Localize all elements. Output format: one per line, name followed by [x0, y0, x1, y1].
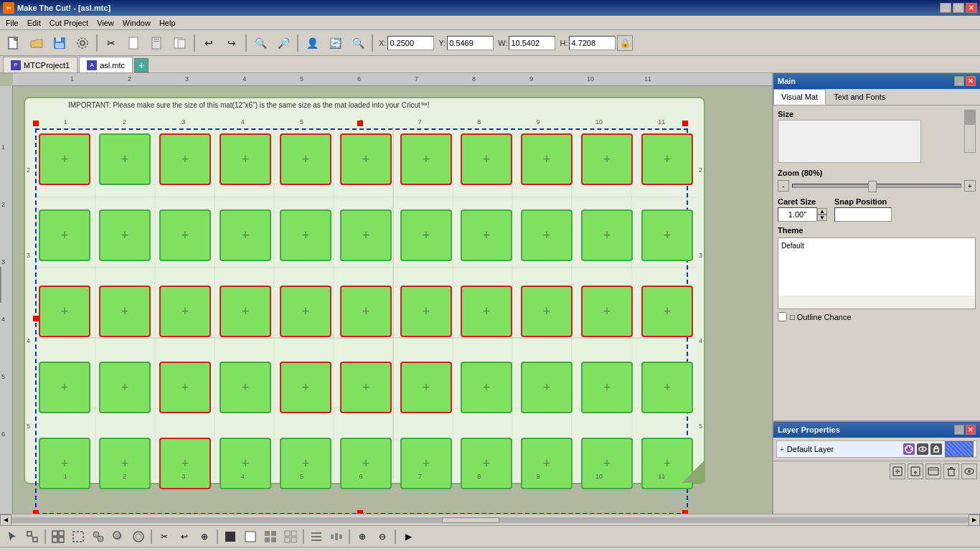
scroll-right-btn[interactable]: ▶	[969, 514, 980, 526]
green-shape[interactable]	[280, 286, 331, 337]
green-shape[interactable]	[159, 133, 211, 185]
green-shape[interactable]	[220, 362, 271, 413]
scroll-track[interactable]	[11, 517, 969, 523]
outline-chance-checkbox[interactable]	[778, 312, 787, 321]
tool-undo2[interactable]: ↩	[175, 528, 194, 545]
tool-contour[interactable]	[129, 528, 148, 545]
tool-distribute[interactable]	[327, 528, 346, 545]
layer-minimize-btn[interactable]: _	[954, 425, 964, 435]
open-button[interactable]	[26, 33, 47, 53]
caret-size-input[interactable]	[778, 207, 817, 222]
maximize-button[interactable]: □	[953, 3, 964, 13]
green-shape[interactable]	[461, 438, 512, 489]
tool-fill-light[interactable]	[241, 528, 260, 545]
green-shape[interactable]	[461, 362, 512, 413]
green-shape[interactable]	[581, 133, 633, 185]
green-shape[interactable]	[99, 133, 151, 185]
layer-add-btn[interactable]	[890, 463, 905, 479]
green-shape[interactable]	[461, 286, 512, 337]
tab-visual-mat[interactable]: Visual Mat	[773, 89, 826, 105]
green-shape[interactable]	[641, 362, 693, 413]
green-shape[interactable]	[641, 209, 693, 261]
tab-asl-mtc[interactable]: A asl.mtc	[79, 57, 133, 72]
green-shape[interactable]	[581, 209, 633, 261]
tool-zoom-out2[interactable]: ⊖	[373, 528, 392, 545]
green-shape[interactable]	[159, 438, 211, 489]
green-shape[interactable]	[521, 362, 573, 413]
tool-plus[interactable]: ⊕	[195, 528, 214, 545]
size-scrollbar[interactable]	[964, 110, 976, 153]
green-shape[interactable]	[400, 362, 452, 413]
panel-minimize-btn[interactable]: _	[954, 76, 964, 86]
menu-window[interactable]: Window	[118, 17, 155, 29]
green-shape[interactable]	[39, 133, 90, 185]
green-shape[interactable]	[581, 286, 633, 337]
handle-bottom-right[interactable]	[682, 510, 688, 514]
green-shape[interactable]	[521, 286, 573, 337]
redo-button[interactable]: ↪	[221, 33, 242, 53]
green-shape[interactable]	[280, 133, 331, 185]
zoom-out-button[interactable]: 🔎	[273, 33, 294, 53]
green-shape[interactable]	[521, 209, 573, 261]
x-input[interactable]	[387, 36, 434, 50]
tool-group[interactable]	[49, 528, 67, 545]
scissors-button[interactable]: ✂	[100, 33, 122, 53]
snap-position-input[interactable]	[834, 207, 892, 222]
green-shape[interactable]	[340, 362, 392, 413]
green-shape[interactable]	[280, 362, 331, 413]
layer-expand-icon[interactable]: +	[780, 446, 784, 453]
tool-ungroup[interactable]	[69, 528, 88, 545]
menu-view[interactable]: View	[93, 17, 118, 29]
layer-palette-icon[interactable]	[903, 443, 915, 455]
tool-grid-view[interactable]	[261, 528, 280, 545]
undo-button[interactable]: ↩	[198, 33, 220, 53]
layer-delete-btn[interactable]	[943, 463, 959, 479]
canvas-collapse-arrow[interactable]: ◀	[0, 267, 1, 303]
window-controls[interactable]: _ □ ✕	[940, 3, 977, 13]
tool-select[interactable]	[3, 528, 22, 545]
caret-up-btn[interactable]: ▲	[817, 208, 827, 215]
green-shape[interactable]	[220, 133, 271, 185]
green-shape[interactable]	[99, 362, 151, 413]
w-input[interactable]	[509, 36, 555, 50]
theme-item-2[interactable]	[778, 253, 975, 267]
page2-button[interactable]	[146, 33, 168, 53]
green-shape[interactable]	[581, 362, 633, 413]
green-shape[interactable]	[340, 133, 392, 185]
green-shape[interactable]	[521, 438, 573, 489]
tool-fill-dark[interactable]	[221, 528, 240, 545]
green-shape[interactable]	[159, 362, 211, 413]
tool-zoom-in2[interactable]: ⊕	[353, 528, 372, 545]
tab-add-button[interactable]: +	[134, 58, 149, 72]
tool-shadow[interactable]	[109, 528, 128, 545]
green-shape[interactable]	[159, 209, 211, 261]
menu-cut-project[interactable]: Cut Project	[45, 17, 93, 29]
green-shape[interactable]	[461, 133, 512, 185]
user-button[interactable]: 👤	[301, 33, 323, 53]
theme-item-3[interactable]	[778, 267, 975, 281]
tool-node[interactable]	[23, 528, 42, 545]
green-shape[interactable]	[280, 209, 331, 261]
green-shape[interactable]	[39, 438, 90, 489]
menu-help[interactable]: Help	[155, 17, 180, 29]
green-shape[interactable]	[461, 209, 512, 261]
green-shape[interactable]	[39, 362, 90, 413]
tab-text-and-fonts[interactable]: Text and Fonts	[826, 89, 893, 105]
green-shape[interactable]	[340, 438, 392, 489]
tool-weld[interactable]	[89, 528, 108, 545]
panel-close-btn[interactable]: ✕	[966, 76, 976, 86]
caret-down-btn[interactable]: ▼	[817, 215, 827, 221]
tab-mtcproject1[interactable]: P MTCProject1	[3, 57, 77, 72]
green-shape[interactable]	[280, 438, 331, 489]
y-input[interactable]	[447, 36, 494, 50]
green-shape[interactable]	[99, 209, 151, 261]
green-shape[interactable]	[99, 286, 151, 337]
zoom-slider[interactable]	[792, 184, 961, 188]
tool-list-view[interactable]	[281, 528, 300, 545]
lock-button[interactable]: 🔒	[617, 35, 633, 51]
settings-button[interactable]	[72, 33, 93, 53]
green-shape[interactable]	[39, 209, 90, 261]
handle-bottom-left[interactable]	[33, 510, 39, 514]
layer-eye-btn[interactable]	[961, 463, 977, 479]
green-shape[interactable]	[39, 286, 90, 337]
